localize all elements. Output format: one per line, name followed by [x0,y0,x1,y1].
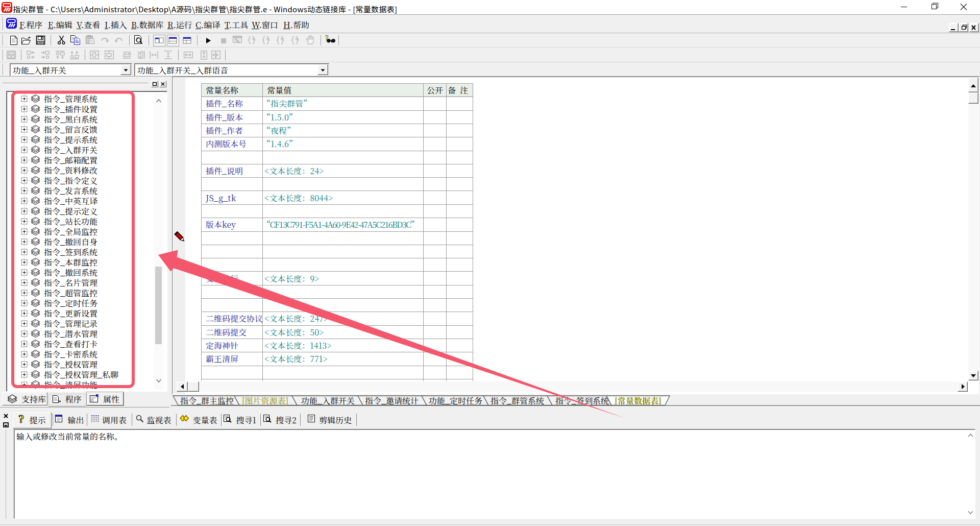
svg-text:?: ? [18,414,24,424]
